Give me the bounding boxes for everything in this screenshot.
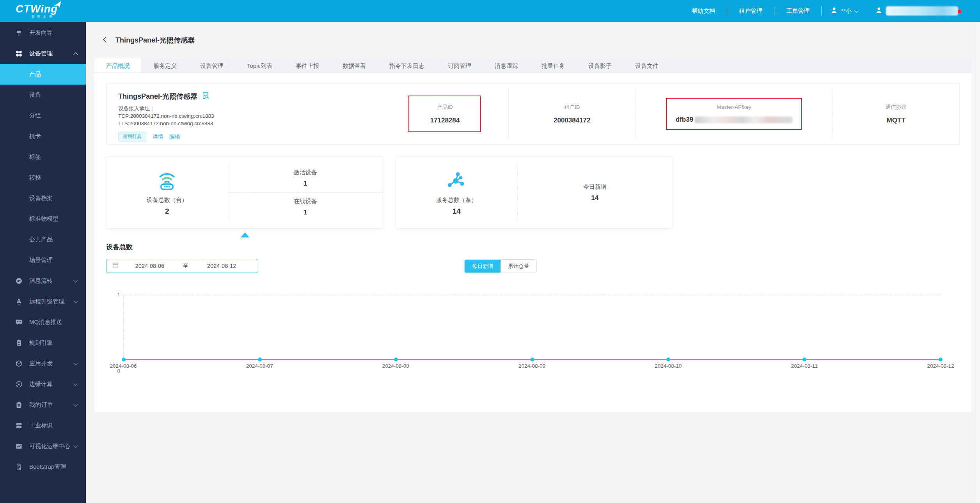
tab-3[interactable]: Topic列表 bbox=[235, 58, 284, 73]
product-name: ThingsPanel-光照传感器 bbox=[118, 92, 197, 101]
data-point bbox=[666, 358, 670, 361]
field-value: 2000384172 bbox=[554, 117, 591, 124]
sidebar-subitem-device-mgmt-6[interactable]: 设备档案 bbox=[0, 188, 86, 209]
sidebar-item-app-dev[interactable]: 应用开发 bbox=[0, 353, 86, 374]
sidebar-item-label: 消息流转 bbox=[29, 277, 53, 285]
selected-card-indicator bbox=[241, 232, 249, 237]
product-field-2: Master-APIkeydfb39 bbox=[636, 89, 833, 139]
x-axis-label: 2024-08-10 bbox=[655, 363, 682, 369]
x-axis-label: 2024-08-06 bbox=[110, 363, 137, 369]
tab-10[interactable]: 设备影子 bbox=[577, 58, 623, 73]
x-axis-labels: 2024-08-062024-08-072024-08-082024-08-09… bbox=[123, 363, 941, 371]
tls-address: TLS:2000384172.non-nb.ctwing.cn:8883 bbox=[118, 120, 382, 127]
sidebar-subitem-device-mgmt-5[interactable]: 转移 bbox=[0, 167, 86, 188]
product-fields: 产品ID17128284租户ID2000384172Master-APIkeyd… bbox=[382, 89, 959, 139]
sidebar-subitem-device-mgmt-1[interactable]: 设备 bbox=[0, 85, 86, 105]
rocket-icon bbox=[15, 298, 23, 306]
toggle-0[interactable]: 每日新增 bbox=[465, 260, 501, 273]
sidebar-item-remote-upgrade[interactable]: 远程升级管理 bbox=[0, 291, 86, 312]
annotation-box bbox=[666, 98, 802, 130]
stat-sub-0: 今日新增14 bbox=[518, 164, 672, 221]
molecule-icon bbox=[445, 169, 468, 193]
chevron-down-icon bbox=[73, 278, 78, 282]
annotation-box bbox=[408, 96, 481, 132]
sidebar-subitem-device-mgmt-0[interactable]: 产品 bbox=[0, 64, 86, 85]
toggle-1[interactable]: 累计总量 bbox=[501, 260, 536, 273]
sidebar-subitem-device-mgmt-3[interactable]: 机卡 bbox=[0, 126, 86, 147]
detail-link[interactable]: 详情 bbox=[153, 133, 163, 140]
account-menu[interactable] bbox=[866, 6, 967, 16]
chevron-down-icon bbox=[73, 299, 78, 303]
archive-icon bbox=[15, 422, 23, 430]
sidebar-subitem-device-mgmt-7[interactable]: 标准物模型 bbox=[0, 209, 86, 229]
stat-sub-1: 在线设备1 bbox=[228, 192, 383, 221]
tab-6[interactable]: 指令下发日志 bbox=[378, 58, 436, 73]
chevron-down-icon bbox=[73, 443, 78, 448]
field-label: 通信协议 bbox=[886, 104, 907, 111]
tab-4[interactable]: 事件上报 bbox=[284, 58, 331, 73]
sidebar-item-dev-guide[interactable]: 开发向导 bbox=[0, 23, 86, 43]
sidebar-subitem-device-mgmt-4[interactable]: 标签 bbox=[0, 147, 86, 167]
sidebar-item-industrial-id[interactable]: 工业标识 bbox=[0, 415, 86, 436]
sidebar-item-edge-computing[interactable]: 边缘计算 bbox=[0, 374, 86, 395]
brand-logo[interactable]: CTWing 智联未来 bbox=[16, 3, 58, 19]
sidebar-item-message-flow[interactable]: 消息流转 bbox=[0, 271, 86, 291]
user-area: **小 bbox=[821, 0, 967, 22]
back-button[interactable] bbox=[101, 35, 111, 45]
tab-7[interactable]: 订阅管理 bbox=[436, 58, 483, 73]
tab-1[interactable]: 服务定义 bbox=[142, 58, 188, 73]
x-axis-label: 2024-08-11 bbox=[791, 363, 818, 369]
sidebar-item-label: 远程升级管理 bbox=[29, 298, 64, 305]
tab-0[interactable]: 产品概况 bbox=[94, 58, 142, 73]
sidebar-item-label: 我的订单 bbox=[29, 401, 53, 409]
compass-icon bbox=[15, 381, 23, 388]
field-value: 17128284 bbox=[430, 117, 460, 124]
nav-item-0[interactable]: 帮助文档 bbox=[680, 7, 727, 15]
sidebar-subitem-device-mgmt-2[interactable]: 分组 bbox=[0, 105, 86, 126]
stat-sub-label: 在线设备 bbox=[294, 198, 317, 205]
nav-item-2[interactable]: 工单管理 bbox=[774, 7, 821, 15]
message-coin-icon bbox=[15, 277, 23, 285]
tab-2[interactable]: 设备管理 bbox=[188, 58, 235, 73]
sidebar-item-bootstrap[interactable]: Bootstrap管理 bbox=[0, 457, 86, 477]
sidebar-subitem-device-mgmt-8[interactable]: 公共产品 bbox=[0, 229, 86, 250]
stat-label: 设备总数（台） bbox=[147, 197, 188, 204]
x-axis-label: 2024-08-07 bbox=[246, 363, 273, 369]
product-detail-doc-icon[interactable] bbox=[201, 91, 210, 101]
tab-5[interactable]: 数据查看 bbox=[331, 58, 378, 73]
date-range-picker[interactable]: 2024-08-06 至 2024-08-12 bbox=[106, 259, 258, 273]
tab-9[interactable]: 批量任务 bbox=[530, 58, 577, 73]
data-point bbox=[122, 358, 126, 361]
stat-sub-value: 1 bbox=[304, 180, 307, 188]
top-header: CTWing 智联未来 帮助文档租户管理工单管理 **小 bbox=[0, 0, 980, 22]
user-menu[interactable]: **小 bbox=[821, 7, 866, 15]
chevron-down-icon bbox=[854, 8, 858, 12]
sidebar-item-visual-ops[interactable]: 可视化运维中心 bbox=[0, 436, 86, 457]
sidebar-item-mq-push[interactable]: MQ消息推送 bbox=[0, 312, 86, 333]
chat-bubble-icon bbox=[15, 319, 23, 326]
sidebar-item-label: 规则引擎 bbox=[29, 339, 53, 347]
panel-body: ThingsPanel-光照传感器 设备接入地址： TCP:2000384172… bbox=[94, 73, 971, 381]
chevron-down-icon bbox=[73, 361, 78, 365]
nav-item-1[interactable]: 租户管理 bbox=[727, 7, 774, 15]
calendar-icon bbox=[112, 262, 119, 270]
redacted-username bbox=[886, 6, 958, 16]
y-axis-tick-min: 0 bbox=[106, 368, 120, 374]
sidebar-item-label: 边缘计算 bbox=[29, 381, 53, 388]
app-root: CTWing 智联未来 帮助文档租户管理工单管理 **小 开发向导设备管理产品设… bbox=[0, 0, 980, 503]
device-access-address: 设备接入地址： TCP:2000384172.non-nb.ctwing.cn:… bbox=[118, 105, 382, 127]
date-separator: 至 bbox=[181, 262, 191, 270]
paper-plane-icon bbox=[53, 0, 63, 11]
stat-card-0: 设备总数（台）2激活设备1在线设备1 bbox=[106, 156, 383, 228]
edit-link[interactable]: 编辑 bbox=[169, 133, 180, 140]
tab-8[interactable]: 消息跟踪 bbox=[483, 58, 530, 73]
sidebar-item-device-mgmt[interactable]: 设备管理 bbox=[0, 43, 86, 64]
sidebar-item-rule-engine[interactable]: 规则引擎 bbox=[0, 333, 86, 353]
sidebar-subitem-device-mgmt-9[interactable]: 场景管理 bbox=[0, 250, 86, 271]
sidebar-menu: 开发向导设备管理产品设备分组机卡标签转移设备档案标准物模型公共产品场景管理消息流… bbox=[0, 22, 86, 477]
scrollbar[interactable] bbox=[975, 22, 980, 503]
sidebar-item-my-orders[interactable]: 我的订单 bbox=[0, 395, 86, 415]
stats-row: 设备总数（台）2激活设备1在线设备1服务总数（条）14今日新增14 bbox=[106, 156, 960, 228]
chart-section-title: 设备总数 bbox=[106, 243, 960, 252]
tab-11[interactable]: 设备文件 bbox=[623, 58, 670, 73]
